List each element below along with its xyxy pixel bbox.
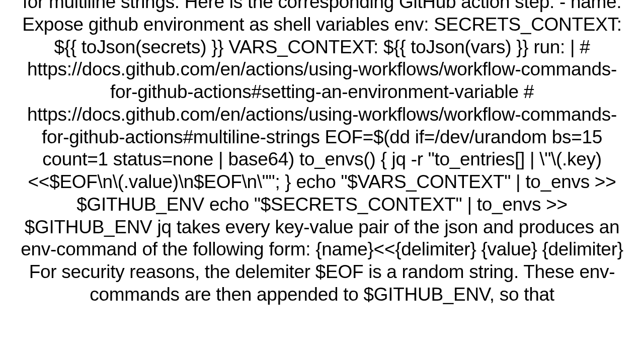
document-body: for multiline strings. Here is the corre… [18, 0, 626, 306]
body-text: for multiline strings. Here is the corre… [21, 0, 623, 305]
